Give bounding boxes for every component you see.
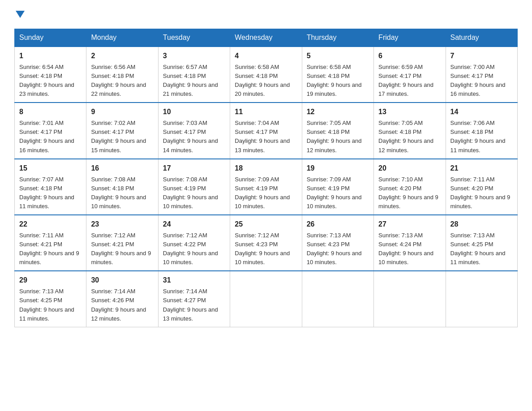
weekday-header-saturday: Saturday (446, 29, 517, 47)
calendar-cell (374, 271, 446, 327)
sunset-text: Sunset: 4:18 PM (307, 128, 350, 135)
sunset-text: Sunset: 4:17 PM (163, 128, 206, 135)
daylight-text: Daylight: 9 hours and 21 minutes. (163, 81, 218, 97)
calendar-cell: 11Sunrise: 7:04 AMSunset: 4:17 PMDayligh… (230, 103, 302, 158)
calendar-cell: 12Sunrise: 7:05 AMSunset: 4:18 PMDayligh… (302, 103, 373, 158)
day-number: 30 (91, 275, 153, 286)
weekday-header-tuesday: Tuesday (158, 29, 230, 47)
sunrise-text: Sunrise: 7:02 AM (91, 120, 135, 126)
sunset-text: Sunset: 4:19 PM (163, 185, 206, 192)
day-number: 29 (19, 275, 82, 286)
day-number: 3 (163, 51, 225, 62)
calendar-cell: 6Sunrise: 6:59 AMSunset: 4:17 PMDaylight… (374, 47, 446, 103)
sunset-text: Sunset: 4:20 PM (450, 185, 493, 192)
day-number: 5 (307, 51, 369, 62)
calendar-cell: 16Sunrise: 7:08 AMSunset: 4:18 PMDayligh… (86, 159, 158, 215)
day-number: 9 (91, 107, 153, 118)
sunrise-text: Sunrise: 6:58 AM (307, 64, 351, 70)
week-row-1: 1Sunrise: 6:54 AMSunset: 4:18 PMDaylight… (15, 47, 518, 103)
sunset-text: Sunset: 4:19 PM (235, 185, 278, 192)
calendar-cell: 26Sunrise: 7:13 AMSunset: 4:23 PMDayligh… (302, 215, 373, 271)
calendar-cell: 29Sunrise: 7:13 AMSunset: 4:25 PMDayligh… (15, 271, 86, 327)
sunset-text: Sunset: 4:18 PM (235, 73, 278, 79)
weekday-header-sunday: Sunday (15, 29, 86, 47)
daylight-text: Daylight: 9 hours and 11 minutes. (450, 250, 506, 265)
calendar-cell: 31Sunrise: 7:14 AMSunset: 4:27 PMDayligh… (158, 271, 230, 327)
sunset-text: Sunset: 4:23 PM (307, 241, 350, 248)
sunset-text: Sunset: 4:18 PM (163, 73, 206, 79)
sunrise-text: Sunrise: 6:59 AM (378, 64, 423, 70)
week-row-2: 8Sunrise: 7:01 AMSunset: 4:17 PMDaylight… (15, 103, 518, 158)
calendar-cell: 10Sunrise: 7:03 AMSunset: 4:17 PMDayligh… (158, 103, 230, 158)
day-number: 27 (378, 219, 441, 230)
sunrise-text: Sunrise: 7:13 AM (307, 232, 351, 239)
daylight-text: Daylight: 9 hours and 12 minutes. (307, 137, 362, 153)
daylight-text: Daylight: 9 hours and 9 minutes. (19, 250, 79, 265)
sunset-text: Sunset: 4:18 PM (378, 128, 421, 135)
calendar-cell: 19Sunrise: 7:09 AMSunset: 4:19 PMDayligh… (302, 159, 373, 215)
sunrise-text: Sunrise: 7:13 AM (450, 232, 495, 239)
calendar-body: 1Sunrise: 6:54 AMSunset: 4:18 PMDaylight… (15, 47, 518, 327)
logo-triangle-icon (16, 11, 25, 18)
sunrise-text: Sunrise: 7:05 AM (307, 120, 351, 126)
calendar-cell: 28Sunrise: 7:13 AMSunset: 4:25 PMDayligh… (446, 215, 517, 271)
weekday-header-thursday: Thursday (302, 29, 373, 47)
sunset-text: Sunset: 4:19 PM (307, 185, 350, 192)
daylight-text: Daylight: 9 hours and 16 minutes. (19, 137, 74, 153)
sunset-text: Sunset: 4:18 PM (19, 73, 62, 79)
calendar-cell: 20Sunrise: 7:10 AMSunset: 4:20 PMDayligh… (374, 159, 446, 215)
sunrise-text: Sunrise: 6:56 AM (91, 64, 135, 70)
day-number: 10 (163, 107, 225, 118)
sunset-text: Sunset: 4:26 PM (91, 297, 134, 304)
sunrise-text: Sunrise: 7:10 AM (378, 176, 423, 183)
day-number: 11 (235, 107, 297, 118)
day-number: 28 (450, 219, 513, 230)
daylight-text: Daylight: 9 hours and 20 minutes. (235, 81, 290, 97)
day-number: 25 (235, 219, 297, 230)
sunrise-text: Sunrise: 7:12 AM (91, 232, 135, 239)
day-number: 8 (19, 107, 82, 118)
calendar-cell: 5Sunrise: 6:58 AMSunset: 4:18 PMDaylight… (302, 47, 373, 103)
sunrise-text: Sunrise: 6:54 AM (19, 64, 64, 70)
sunrise-text: Sunrise: 6:57 AM (163, 64, 207, 70)
calendar-cell: 24Sunrise: 7:12 AMSunset: 4:22 PMDayligh… (158, 215, 230, 271)
day-number: 6 (378, 51, 441, 62)
week-row-3: 15Sunrise: 7:07 AMSunset: 4:18 PMDayligh… (15, 159, 518, 215)
sunrise-text: Sunrise: 7:00 AM (450, 64, 495, 70)
sunrise-text: Sunrise: 7:08 AM (91, 176, 135, 183)
calendar-cell: 9Sunrise: 7:02 AMSunset: 4:17 PMDaylight… (86, 103, 158, 158)
sunrise-text: Sunrise: 7:04 AM (235, 120, 279, 126)
sunrise-text: Sunrise: 7:14 AM (91, 288, 135, 295)
sunset-text: Sunset: 4:17 PM (450, 73, 493, 79)
daylight-text: Daylight: 9 hours and 17 minutes. (378, 81, 433, 97)
daylight-text: Daylight: 9 hours and 11 minutes. (19, 194, 74, 210)
sunrise-text: Sunrise: 7:01 AM (19, 120, 64, 126)
sunset-text: Sunset: 4:17 PM (19, 128, 62, 135)
daylight-text: Daylight: 9 hours and 9 minutes. (450, 194, 511, 210)
day-number: 23 (91, 219, 153, 230)
sunset-text: Sunset: 4:25 PM (19, 297, 62, 304)
day-number: 19 (307, 163, 369, 174)
calendar-cell: 4Sunrise: 6:58 AMSunset: 4:18 PMDaylight… (230, 47, 302, 103)
daylight-text: Daylight: 9 hours and 15 minutes. (91, 137, 146, 153)
daylight-text: Daylight: 9 hours and 11 minutes. (19, 306, 74, 322)
day-number: 14 (450, 107, 513, 118)
day-number: 7 (450, 51, 513, 62)
sunrise-text: Sunrise: 7:11 AM (19, 232, 64, 239)
sunset-text: Sunset: 4:18 PM (450, 128, 493, 135)
sunset-text: Sunset: 4:21 PM (91, 241, 134, 248)
week-row-4: 22Sunrise: 7:11 AMSunset: 4:21 PMDayligh… (15, 215, 518, 271)
daylight-text: Daylight: 9 hours and 16 minutes. (450, 81, 506, 97)
sunset-text: Sunset: 4:18 PM (307, 73, 350, 79)
sunset-text: Sunset: 4:22 PM (163, 241, 206, 248)
calendar-cell: 23Sunrise: 7:12 AMSunset: 4:21 PMDayligh… (86, 215, 158, 271)
sunrise-text: Sunrise: 7:05 AM (378, 120, 423, 126)
daylight-text: Daylight: 9 hours and 13 minutes. (235, 137, 290, 153)
daylight-text: Daylight: 9 hours and 11 minutes. (450, 137, 506, 153)
day-number: 2 (91, 51, 153, 62)
daylight-text: Daylight: 9 hours and 10 minutes. (307, 250, 362, 265)
sunset-text: Sunset: 4:17 PM (91, 128, 134, 135)
sunrise-text: Sunrise: 7:12 AM (235, 232, 279, 239)
day-number: 22 (19, 219, 82, 230)
calendar-cell: 17Sunrise: 7:08 AMSunset: 4:19 PMDayligh… (158, 159, 230, 215)
